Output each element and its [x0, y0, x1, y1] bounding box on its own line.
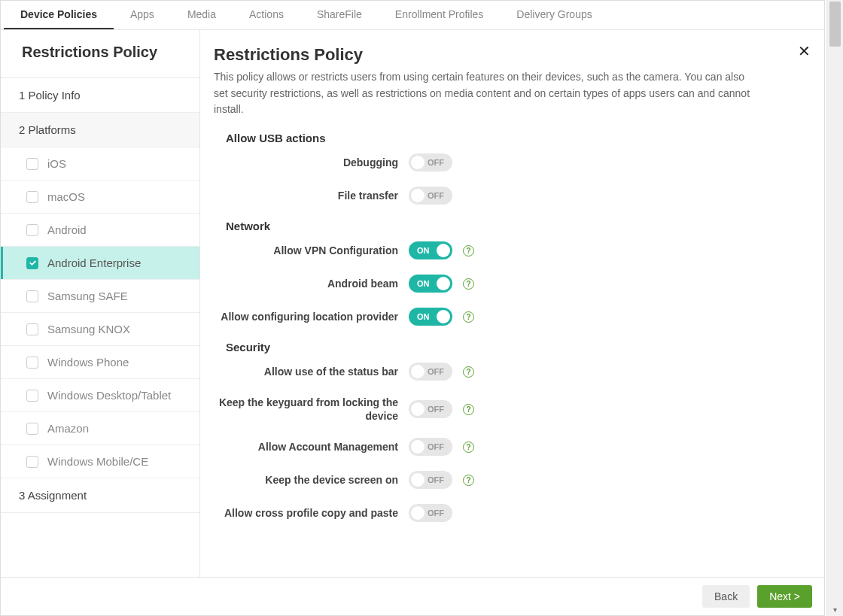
platform-samsung-knox[interactable]: Samsung KNOX — [1, 313, 199, 346]
top-tab-actions[interactable]: Actions — [233, 1, 300, 29]
toggle-knob — [411, 440, 425, 454]
toggle-fileTransfer[interactable]: OFF — [409, 187, 452, 205]
toggle-knob — [437, 310, 450, 323]
platform-checkbox[interactable] — [26, 456, 38, 468]
platform-checkbox[interactable] — [26, 357, 38, 369]
platform-label: Windows Desktop/Tablet — [47, 389, 171, 402]
platform-checkbox[interactable] — [26, 158, 38, 170]
toggle-text: OFF — [428, 442, 444, 451]
setting-label: Allow VPN Configuration — [214, 244, 398, 257]
toggle-text: OFF — [428, 158, 444, 167]
content-area: ✕ Restrictions Policy This policy allows… — [200, 30, 824, 577]
help-icon[interactable]: ? — [463, 475, 474, 486]
scrollbar-thumb[interactable] — [829, 2, 841, 47]
platform-windows-phone[interactable]: Windows Phone — [1, 346, 199, 379]
toggle-androidBeam[interactable]: ON — [409, 275, 452, 293]
platform-label: iOS — [47, 157, 66, 170]
help-icon[interactable]: ? — [463, 366, 474, 378]
toggle-crossProfileCopy[interactable]: OFF — [409, 504, 452, 522]
help-icon[interactable]: ? — [463, 245, 474, 256]
setting-accountMgmt: Allow Account ManagementOFF? — [214, 438, 806, 456]
platform-checkbox[interactable] — [26, 390, 38, 402]
toggle-text: OFF — [428, 191, 444, 200]
section-usb-heading: Allow USB actions — [226, 132, 806, 144]
toggle-knob — [411, 156, 425, 169]
top-tab-sharefile[interactable]: ShareFile — [300, 1, 379, 29]
platform-label: Windows Mobile/CE — [47, 455, 148, 468]
step-policy-info[interactable]: 1 Policy Info — [1, 78, 199, 113]
toggle-statusBar[interactable]: OFF — [409, 363, 452, 381]
chevron-down-icon[interactable]: ▾ — [827, 602, 843, 616]
setting-fileTransfer: File transferOFF — [214, 187, 806, 205]
section-network-heading: Network — [226, 220, 806, 232]
page-scrollbar[interactable]: ▾ — [826, 0, 843, 616]
toggle-knob — [411, 365, 425, 378]
setting-androidBeam: Android beamON? — [214, 275, 806, 293]
platform-ios[interactable]: iOS — [1, 147, 199, 181]
platform-android[interactable]: Android — [1, 214, 199, 247]
toggle-text: OFF — [428, 508, 444, 517]
platform-label: macOS — [47, 190, 85, 203]
setting-crossProfileCopy: Allow cross profile copy and pasteOFF — [214, 504, 806, 522]
toggle-locationProvider[interactable]: ON — [409, 308, 452, 326]
platform-android-enterprise[interactable]: Android Enterprise — [1, 247, 199, 280]
platform-label: Samsung SAFE — [47, 290, 128, 302]
setting-label: Allow configuring location provider — [214, 310, 398, 323]
setting-label: Android beam — [214, 277, 398, 290]
platform-label: Android Enterprise — [47, 256, 141, 269]
step-assignment[interactable]: 3 Assignment — [1, 478, 199, 513]
close-icon[interactable]: ✕ — [798, 42, 811, 60]
platform-checkbox[interactable] — [26, 191, 38, 203]
toggle-knob — [411, 402, 425, 416]
platform-label: Amazon — [47, 422, 89, 435]
platform-checkbox[interactable] — [26, 323, 38, 335]
setting-label: Keep the keyguard from locking the devic… — [214, 396, 398, 423]
help-icon[interactable]: ? — [463, 278, 474, 290]
toggle-knob — [411, 506, 425, 520]
toggle-knob — [411, 189, 425, 202]
next-button[interactable]: Next > — [757, 585, 812, 608]
platform-windows-desktop-tablet[interactable]: Windows Desktop/Tablet — [1, 379, 199, 412]
top-tabs: Device PoliciesAppsMediaActionsShareFile… — [1, 1, 824, 30]
platform-amazon[interactable]: Amazon — [1, 412, 199, 445]
platform-macos[interactable]: macOS — [1, 181, 199, 214]
top-tab-delivery-groups[interactable]: Delivery Groups — [500, 1, 608, 29]
top-tab-device-policies[interactable]: Device Policies — [4, 1, 114, 29]
section-security-heading: Security — [226, 341, 806, 354]
platform-samsung-safe[interactable]: Samsung SAFE — [1, 280, 199, 313]
platform-checkbox[interactable] — [26, 423, 38, 435]
top-tab-media[interactable]: Media — [171, 1, 233, 29]
setting-locationProvider: Allow configuring location providerON? — [214, 308, 806, 326]
toggle-text: OFF — [428, 367, 444, 376]
help-icon[interactable]: ? — [463, 311, 474, 323]
step-platforms[interactable]: 2 Platforms — [1, 113, 199, 147]
toggle-text: OFF — [428, 405, 444, 414]
platform-checkbox[interactable] — [26, 290, 38, 302]
toggle-text: OFF — [428, 475, 444, 484]
platform-checkbox[interactable] — [26, 224, 38, 236]
page-description: This policy allows or restricts users fr… — [214, 69, 756, 118]
toggle-screenOn[interactable]: OFF — [409, 471, 452, 489]
top-tab-enrollment-profiles[interactable]: Enrollment Profiles — [379, 1, 501, 29]
platform-windows-mobile-ce[interactable]: Windows Mobile/CE — [1, 445, 199, 478]
top-tab-apps[interactable]: Apps — [114, 1, 171, 29]
setting-debugging: DebuggingOFF — [214, 153, 806, 171]
toggle-debugging[interactable]: OFF — [409, 153, 452, 171]
platform-label: Android — [47, 223, 87, 236]
platform-label: Samsung KNOX — [47, 323, 130, 335]
toggle-text: ON — [417, 312, 430, 321]
toggle-text: ON — [417, 279, 430, 288]
help-icon[interactable]: ? — [463, 442, 474, 453]
help-icon[interactable]: ? — [463, 404, 474, 415]
page-title: Restrictions Policy — [214, 45, 806, 65]
toggle-knob — [411, 473, 425, 487]
setting-label: Allow use of the status bar — [214, 365, 398, 378]
toggle-vpnConfig[interactable]: ON — [409, 241, 452, 259]
setting-label: Debugging — [214, 156, 398, 169]
back-button[interactable]: Back — [702, 585, 750, 608]
platform-checkbox[interactable] — [26, 257, 38, 269]
footer: Back Next > — [1, 577, 824, 615]
setting-vpnConfig: Allow VPN ConfigurationON? — [214, 241, 806, 259]
toggle-accountMgmt[interactable]: OFF — [409, 438, 452, 456]
toggle-keyguard[interactable]: OFF — [409, 400, 452, 418]
